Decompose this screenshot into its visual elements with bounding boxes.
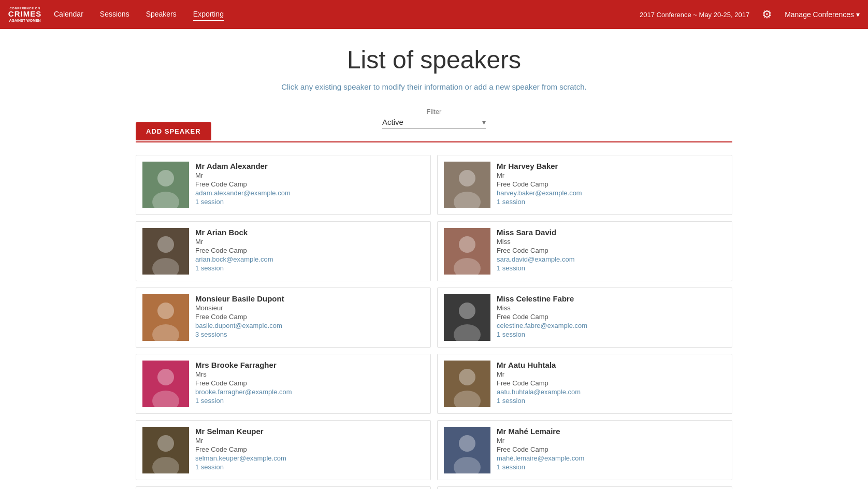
speaker-title: Miss <box>497 238 726 246</box>
speaker-email: sara.david@example.com <box>497 255 726 263</box>
speaker-title: Mr <box>497 437 726 444</box>
speaker-title: Mr <box>497 370 726 378</box>
nav-sessions[interactable]: Sessions <box>100 8 129 21</box>
filter-select-wrapper: Active Inactive All ▾ <box>382 118 486 129</box>
speaker-email: brooke.farragher@example.com <box>195 388 424 396</box>
avatar <box>142 427 189 473</box>
speaker-org: Free Code Camp <box>195 313 424 321</box>
svg-point-10 <box>459 236 475 253</box>
page-title: List of speakers <box>136 46 732 74</box>
filter-select[interactable]: Active Inactive All <box>382 118 482 126</box>
speaker-info: Mr Mahé Lemaire Mr Free Code Camp mahé.l… <box>497 427 726 471</box>
conference-label: 2017 Conference ~ May 20-25, 2017 <box>640 11 749 19</box>
speaker-org: Free Code Camp <box>497 445 726 453</box>
speaker-card[interactable]: Mrs Brooke Farragher Mrs Free Code Camp … <box>136 354 431 414</box>
speaker-info: Monsieur Basile Dupont Monsieur Free Cod… <box>195 294 424 338</box>
dropdown-arrow-icon: ▾ <box>856 10 860 19</box>
divider <box>136 141 732 142</box>
speaker-card[interactable]: Mr Mahé Lemaire Mr Free Code Camp mahé.l… <box>437 420 732 480</box>
avatar <box>444 162 490 208</box>
page-subtitle: Click any existing speaker to modify the… <box>136 82 732 91</box>
filter-dropdown-arrow-icon: ▾ <box>482 118 486 126</box>
speaker-info: Mr Arian Bock Mr Free Code Camp arian.bo… <box>195 228 424 272</box>
speaker-info: Mr Harvey Baker Mr Free Code Camp harvey… <box>497 162 726 206</box>
speaker-email: aatu.huhtala@example.com <box>497 388 726 396</box>
speaker-card[interactable]: Mr. Peter Parker Mr FCC Coder peter.park… <box>437 486 732 489</box>
speaker-title: Mr <box>497 171 726 179</box>
speaker-name: Mr Arian Bock <box>195 228 424 237</box>
speaker-sessions: 1 session <box>497 198 726 206</box>
svg-point-16 <box>459 303 475 319</box>
speaker-info: Mr Adam Alexander Mr Free Code Camp adam… <box>195 162 424 206</box>
speaker-card[interactable]: Mr Selman Keuper Mr Free Code Camp selma… <box>136 420 431 480</box>
speaker-sessions: 1 session <box>497 397 726 405</box>
speaker-card[interactable]: Mr Harvey Baker Mr Free Code Camp harvey… <box>437 155 732 215</box>
speaker-org: Free Code Camp <box>195 379 424 387</box>
speaker-title: Mr <box>195 238 424 246</box>
speaker-sessions: 1 session <box>497 264 726 272</box>
speaker-name: Mr Aatu Huhtala <box>497 361 726 369</box>
nav-speakers[interactable]: Speakers <box>146 8 177 21</box>
svg-point-1 <box>157 170 174 186</box>
nav-exporting[interactable]: Exporting <box>193 8 224 21</box>
speaker-email: celestine.fabre@example.com <box>497 322 726 329</box>
speaker-email: harvey.baker@example.com <box>497 189 726 197</box>
speaker-email: selman.keuper@example.com <box>195 454 424 462</box>
speaker-email: basile.dupont@example.com <box>195 322 424 329</box>
avatar <box>444 427 490 473</box>
speaker-card[interactable]: Mrs Enni Nurmi Mrs Free Code Camp enni.n… <box>136 486 431 489</box>
speaker-card[interactable]: Miss Celestine Fabre Miss Free Code Camp… <box>437 287 732 348</box>
speaker-org: Free Code Camp <box>195 247 424 254</box>
speaker-card[interactable]: Mr Aatu Huhtala Mr Free Code Camp aatu.h… <box>437 354 732 414</box>
speaker-title: Monsieur <box>195 304 424 312</box>
speaker-info: Mr Aatu Huhtala Mr Free Code Camp aatu.h… <box>497 361 726 405</box>
speaker-sessions: 3 sessions <box>195 330 424 338</box>
speaker-org: Free Code Camp <box>195 445 424 453</box>
add-speaker-button[interactable]: ADD SPEAKER <box>136 122 211 140</box>
svg-point-28 <box>459 435 475 452</box>
speaker-name: Miss Sara David <box>497 228 726 237</box>
speaker-sessions: 1 session <box>195 397 424 405</box>
speaker-org: Free Code Camp <box>497 180 726 188</box>
manage-conferences-label: Manage Conferences <box>785 10 854 19</box>
speaker-name: Mr Adam Alexander <box>195 162 424 170</box>
avatar <box>142 361 189 407</box>
speaker-sessions: 1 session <box>195 264 424 272</box>
avatar <box>444 294 490 341</box>
speaker-info: Miss Sara David Miss Free Code Camp sara… <box>497 228 726 272</box>
speaker-name: Mr Mahé Lemaire <box>497 427 726 436</box>
speaker-name: Mrs Brooke Farragher <box>195 361 424 369</box>
speaker-sessions: 1 session <box>497 330 726 338</box>
navbar: CONFERENCE ON CRIMES AGAINST WOMEN Calen… <box>0 0 868 29</box>
svg-point-13 <box>157 303 174 319</box>
nav-calendar[interactable]: Calendar <box>54 8 83 21</box>
speaker-card[interactable]: Mr Arian Bock Mr Free Code Camp arian.bo… <box>136 221 431 281</box>
speaker-org: Free Code Camp <box>497 313 726 321</box>
avatar <box>142 228 189 275</box>
speaker-org: Free Code Camp <box>497 379 726 387</box>
speaker-email: arian.bock@example.com <box>195 255 424 263</box>
avatar <box>142 162 189 208</box>
filter-label: Filter <box>427 108 442 116</box>
logo[interactable]: CONFERENCE ON CRIMES AGAINST WOMEN <box>8 2 41 27</box>
avatar <box>142 294 189 341</box>
speaker-name: Mr Harvey Baker <box>497 162 726 170</box>
speaker-info: Mrs Brooke Farragher Mrs Free Code Camp … <box>195 361 424 405</box>
svg-point-4 <box>459 170 475 186</box>
speaker-card[interactable]: Mr Adam Alexander Mr Free Code Camp adam… <box>136 155 431 215</box>
speaker-card[interactable]: Miss Sara David Miss Free Code Camp sara… <box>437 221 732 281</box>
svg-point-22 <box>459 369 475 385</box>
gear-button[interactable]: ⚙ <box>758 5 776 24</box>
speaker-org: Free Code Camp <box>195 180 424 188</box>
speaker-email: mahé.lemaire@example.com <box>497 454 726 462</box>
speaker-sessions: 1 session <box>195 198 424 206</box>
svg-point-19 <box>157 369 174 385</box>
filter-section: Filter Active Inactive All ▾ <box>356 108 512 129</box>
speaker-org: Free Code Camp <box>497 247 726 254</box>
speaker-card[interactable]: Monsieur Basile Dupont Monsieur Free Cod… <box>136 287 431 348</box>
avatar <box>444 361 490 407</box>
speaker-email: adam.alexander@example.com <box>195 189 424 197</box>
speaker-name: Mr Selman Keuper <box>195 427 424 436</box>
speaker-info: Mr Selman Keuper Mr Free Code Camp selma… <box>195 427 424 471</box>
manage-conferences-button[interactable]: Manage Conferences ▾ <box>785 10 860 19</box>
